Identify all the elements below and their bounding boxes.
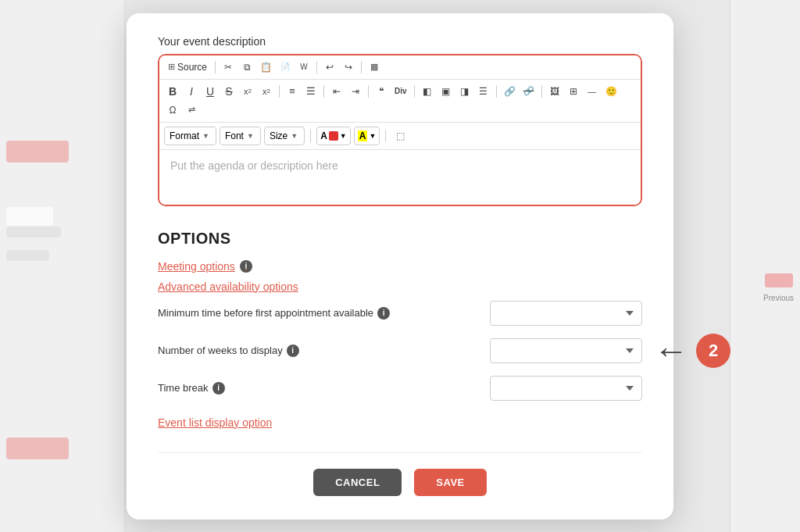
time-break-label: Time break <box>158 382 209 394</box>
toolbar-row-1: ⊞ Source ✂ ⧉ 📋 📄 W ↩ ↪ ▦ <box>159 55 641 80</box>
format-select[interactable]: Format ▼ <box>164 127 216 145</box>
font-color-icon: A <box>320 130 327 141</box>
meeting-options-link[interactable]: Meeting options i <box>158 260 642 273</box>
left-panel-bg <box>0 0 125 532</box>
copy-button[interactable]: ⧉ <box>238 59 255 76</box>
font-label: Font <box>225 130 244 141</box>
special-char-button[interactable]: Ω <box>164 102 181 119</box>
smiley-button[interactable]: 🙂 <box>602 83 620 100</box>
subscript-button[interactable]: x2 <box>239 83 256 100</box>
weeks-display-label: Number of weeks to display <box>158 345 283 356</box>
meeting-options-info-icon: i <box>240 260 252 273</box>
sep-5 <box>323 85 324 98</box>
bold-button[interactable]: B <box>164 83 181 100</box>
redo-button[interactable]: ↪ <box>340 59 357 76</box>
cut-button[interactable]: ✂ <box>220 59 237 76</box>
bg-color-icon: A <box>358 130 368 141</box>
weeks-display-label-group: Number of weeks to display i <box>158 345 299 357</box>
sep-3 <box>361 61 362 73</box>
time-break-select[interactable] <box>490 376 642 401</box>
rich-text-editor[interactable]: ⊞ Source ✂ ⧉ 📋 📄 W ↩ ↪ ▦ B I U S <box>158 54 642 206</box>
editor-content-area[interactable]: Put the agenda or description here <box>159 150 641 205</box>
undo-button[interactable]: ↩ <box>321 59 338 76</box>
options-section-title: OPTIONS <box>158 230 642 248</box>
unlink-button[interactable]: 🔗 <box>520 83 538 100</box>
font-color-arrow: ▼ <box>340 132 347 140</box>
strikethrough-button[interactable]: S <box>220 83 238 100</box>
font-select[interactable]: Font ▼ <box>220 127 261 145</box>
table-button[interactable]: ⊞ <box>565 83 582 100</box>
option-rows-container: Minimum time before first appointment av… <box>158 301 642 401</box>
insert-image-inline-button[interactable]: ⬚ <box>391 127 409 145</box>
show-blocks-button[interactable]: ▦ <box>366 59 383 76</box>
align-right-button[interactable]: ◨ <box>456 83 473 100</box>
footer-buttons: CANCEL SAVE <box>158 452 642 496</box>
modal-container: Your event description ⊞ Source ✂ ⧉ 📋 📄 … <box>127 13 673 520</box>
advanced-availability-link[interactable]: Advanced availability options <box>158 280 642 293</box>
editor-label: Your event description <box>158 35 642 48</box>
min-time-select[interactable] <box>490 301 642 326</box>
editor-placeholder: Put the agenda or description here <box>170 159 338 172</box>
min-time-info-icon: i <box>377 307 390 320</box>
event-list-display-link[interactable]: Event list display option <box>158 416 642 429</box>
sep-6 <box>368 85 369 98</box>
step-badge: 2 <box>696 334 730 368</box>
min-time-label: Minimum time before first appointment av… <box>158 307 373 319</box>
source-button[interactable]: ⊞ Source <box>164 60 211 74</box>
size-select[interactable]: Size ▼ <box>264 127 305 145</box>
sep-7 <box>414 85 415 98</box>
blockquote-button[interactable]: ❝ <box>373 83 390 100</box>
meeting-options-label: Meeting options <box>158 260 235 273</box>
font-dropdown-arrow: ▼ <box>247 132 254 140</box>
image-button[interactable]: 🖼 <box>546 83 563 100</box>
min-time-label-group: Minimum time before first appointment av… <box>158 307 390 320</box>
paste-from-word-button[interactable]: W <box>295 59 312 76</box>
sep-11 <box>385 130 386 142</box>
align-center-button[interactable]: ▣ <box>438 83 455 100</box>
sep-4 <box>279 85 280 98</box>
event-list-label: Event list display option <box>158 416 272 429</box>
ordered-list-button[interactable]: ≡ <box>284 83 301 100</box>
align-left-button[interactable]: ◧ <box>419 83 436 100</box>
sep-10 <box>310 130 311 142</box>
superscript-button[interactable]: x2 <box>258 83 275 100</box>
bg-color-arrow: ▼ <box>369 132 376 140</box>
bidi-button[interactable]: ⇌ <box>183 102 200 119</box>
underline-button[interactable]: U <box>202 83 219 100</box>
format-label: Format <box>170 130 199 141</box>
decrease-indent-button[interactable]: ⇤ <box>328 83 345 100</box>
increase-indent-button[interactable]: ⇥ <box>347 83 364 100</box>
source-label: Source <box>177 62 207 73</box>
time-break-row: Time break i <box>158 376 642 401</box>
sep-8 <box>496 85 497 98</box>
toolbar-row-3: Format ▼ Font ▼ Size ▼ A ▼ A <box>159 123 641 150</box>
weeks-display-select[interactable] <box>490 338 642 363</box>
arrow-annotation: ← 2 <box>654 334 730 368</box>
size-dropdown-arrow: ▼ <box>291 132 298 140</box>
advanced-availability-label: Advanced availability options <box>158 280 298 293</box>
hr-button[interactable]: — <box>584 83 601 100</box>
div-button[interactable]: Div <box>391 83 410 100</box>
cancel-button[interactable]: CANCEL <box>313 469 402 496</box>
sep-1 <box>215 61 216 73</box>
unordered-list-button[interactable]: ☰ <box>302 83 320 100</box>
toolbar-row-2: B I U S x2 x2 ≡ ☰ ⇤ ⇥ ❝ Div ◧ ▣ ◨ ☰ <box>159 80 641 123</box>
page-background: Previous Your event description ⊞ Source… <box>0 0 800 532</box>
italic-button[interactable]: I <box>183 83 200 100</box>
font-color-swatch <box>329 131 338 141</box>
save-button[interactable]: SAVE <box>414 469 486 496</box>
source-icon: ⊞ <box>168 62 175 72</box>
align-justify-button[interactable]: ☰ <box>475 83 492 100</box>
sep-2 <box>316 61 317 73</box>
time-break-info-icon: i <box>212 382 225 395</box>
right-panel-bg: Previous <box>730 0 800 532</box>
sep-9 <box>541 85 542 98</box>
link-button[interactable]: 🔗 <box>501 83 519 100</box>
bg-color-button[interactable]: A ▼ <box>354 127 380 145</box>
font-color-button[interactable]: A ▼ <box>316 127 351 145</box>
size-label: Size <box>270 130 288 141</box>
paste-text-button[interactable]: 📄 <box>277 59 294 76</box>
min-time-row: Minimum time before first appointment av… <box>158 301 642 326</box>
paste-button[interactable]: 📋 <box>257 59 275 76</box>
format-dropdown-arrow: ▼ <box>202 132 209 140</box>
